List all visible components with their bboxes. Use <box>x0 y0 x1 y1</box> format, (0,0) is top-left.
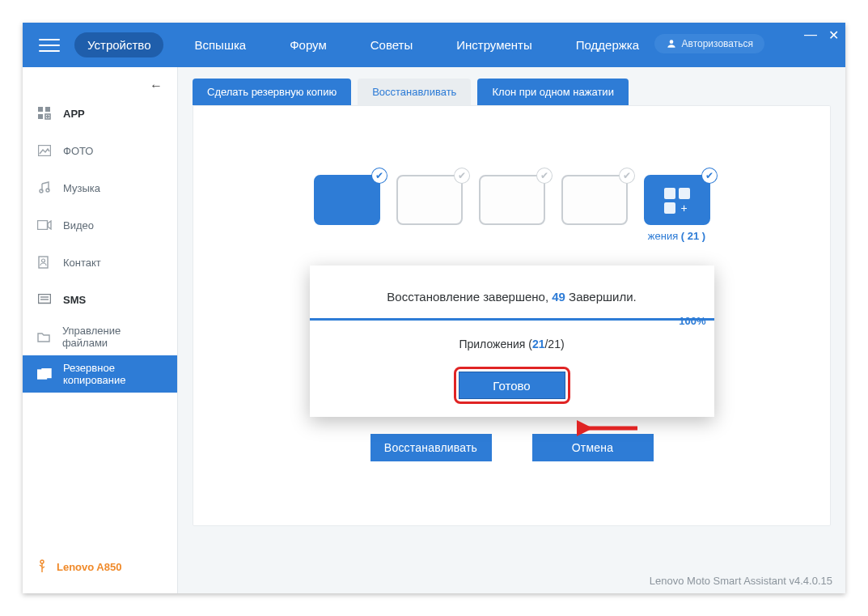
sidebar-item-label: APP <box>63 108 85 120</box>
sidebar-item-video[interactable]: Видео <box>23 206 177 244</box>
app-window: Устройство Вспышка Форум Советы Инструме… <box>23 23 845 593</box>
svg-rect-11 <box>38 221 48 230</box>
category-caption: жения ( 21 ) <box>648 230 705 242</box>
category-row: ✔ ✔ ✔ ✔ ✔ + жения ( 21 ) <box>193 105 831 242</box>
grid-icon <box>37 106 52 121</box>
subtabs: Сделать резервную копию Восстанавливать … <box>193 79 831 105</box>
backup-icon <box>37 367 52 381</box>
svg-rect-3 <box>38 114 43 119</box>
user-icon <box>666 38 677 49</box>
progress-percent: 100% <box>679 315 705 327</box>
nav-tab-support[interactable]: Поддержка <box>563 32 652 57</box>
sidebar-item-contact[interactable]: Контакт <box>23 244 177 281</box>
music-icon <box>37 181 52 195</box>
minimize-icon[interactable]: — <box>804 28 817 43</box>
sidebar-item-app[interactable]: APP <box>23 95 177 132</box>
modal-status-line: Восстановление завершено, 49 Завершили. <box>310 290 714 304</box>
apps-icon: + <box>664 188 690 214</box>
sidebar-item-photo[interactable]: ФОТО <box>23 132 177 169</box>
svg-point-9 <box>46 189 49 192</box>
folder-icon <box>37 329 51 344</box>
device-label: Lenovo A850 <box>57 561 121 573</box>
svg-rect-15 <box>39 295 51 304</box>
nav-tab-forum[interactable]: Форум <box>277 32 340 57</box>
sidebar-item-label: Резервное копирование <box>63 362 163 386</box>
cancel-button[interactable]: Отмена <box>532 434 654 461</box>
category-tile[interactable]: ✔ <box>479 175 545 225</box>
category-tile-apps[interactable]: ✔ + <box>644 175 710 225</box>
nav-tab-flash[interactable]: Вспышка <box>181 32 259 57</box>
nav-tab-tips[interactable]: Советы <box>358 32 426 57</box>
restore-button[interactable]: Восстанавливать <box>370 434 492 461</box>
panel-button-row: Восстанавливать Отмена <box>193 434 831 461</box>
sidebar-item-label: Управление файлами <box>62 325 163 349</box>
check-icon: ✔ <box>620 168 634 183</box>
restore-complete-dialog: Восстановление завершено, 49 Завершили. … <box>310 266 714 417</box>
svg-point-14 <box>42 259 45 262</box>
svg-rect-19 <box>42 369 51 378</box>
modal-sub-line: Приложения (21/21) <box>310 338 714 350</box>
auth-button[interactable]: Авторизоваться <box>654 34 764 53</box>
body: ← APP ФОТО Музыка Видео Контакт <box>23 67 845 593</box>
photo-icon <box>37 143 52 158</box>
category-tile[interactable]: ✔ <box>396 175 463 225</box>
done-button-highlight: Готово <box>459 372 565 399</box>
sidebar-item-label: ФОТО <box>63 145 93 157</box>
sidebar-item-music[interactable]: Музыка <box>23 169 177 206</box>
svg-point-0 <box>669 40 673 44</box>
version-footer: Lenovo Moto Smart Assistant v4.4.0.15 <box>650 575 832 587</box>
topbar: Устройство Вспышка Форум Советы Инструме… <box>23 23 845 67</box>
subtab-restore[interactable]: Восстанавливать <box>358 79 471 105</box>
svg-marker-12 <box>48 221 51 229</box>
sidebar-item-label: Контакт <box>63 257 101 269</box>
nav-tab-device[interactable]: Устройство <box>74 32 163 57</box>
video-icon <box>37 218 52 232</box>
window-controls: — ✕ <box>804 28 839 43</box>
check-icon: ✔ <box>537 168 552 183</box>
check-icon: ✔ <box>702 168 717 183</box>
contact-icon <box>37 255 52 270</box>
svg-point-20 <box>40 560 44 563</box>
nav-tabs: Устройство Вспышка Форум Советы Инструме… <box>74 32 652 57</box>
close-icon[interactable]: ✕ <box>828 28 839 43</box>
sidebar-item-label: SMS <box>63 294 86 306</box>
category-tile[interactable]: ✔ <box>561 175 628 225</box>
device-row[interactable]: Lenovo A850 <box>23 559 177 574</box>
sidebar-item-backup[interactable]: Резервное копирование <box>23 355 177 393</box>
sidebar-item-sms[interactable]: SMS <box>23 281 177 318</box>
svg-rect-2 <box>45 107 50 112</box>
check-icon: ✔ <box>455 168 469 183</box>
sidebar: ← APP ФОТО Музыка Видео Контакт <box>23 67 178 593</box>
progress-bar: 100% <box>310 318 714 333</box>
hamburger-icon[interactable] <box>39 35 60 56</box>
nav-tab-tools[interactable]: Инструменты <box>443 32 545 57</box>
subtab-backup[interactable]: Сделать резервную копию <box>193 79 351 105</box>
sidebar-item-files[interactable]: Управление файлами <box>23 318 177 355</box>
sidebar-item-label: Музыка <box>63 182 100 194</box>
svg-rect-1 <box>38 107 43 112</box>
sms-icon <box>37 292 52 307</box>
category-tile[interactable]: ✔ <box>314 175 380 225</box>
subtab-oneclone[interactable]: Клон при одном нажатии <box>477 79 628 105</box>
sidebar-item-label: Видео <box>63 219 94 232</box>
usb-icon <box>37 559 47 574</box>
back-icon[interactable]: ← <box>150 79 163 93</box>
check-icon: ✔ <box>372 168 387 183</box>
auth-label: Авторизоваться <box>682 38 753 49</box>
